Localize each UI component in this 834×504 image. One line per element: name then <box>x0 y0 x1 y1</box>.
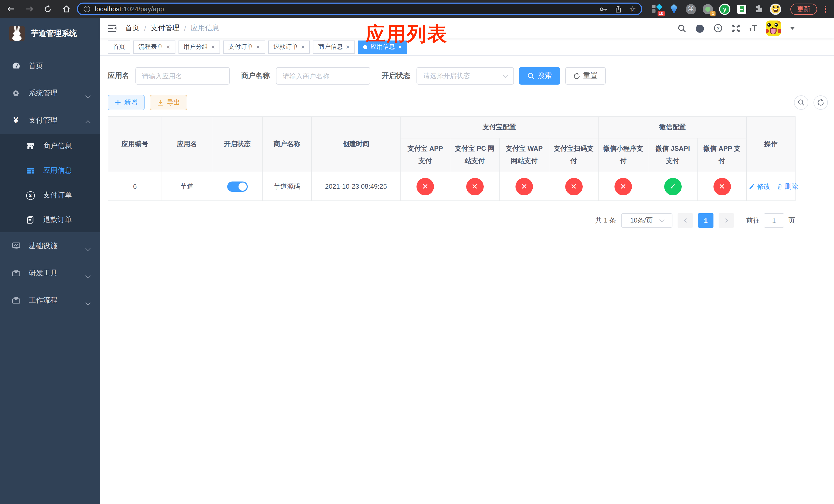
font-size-icon[interactable]: TT <box>749 24 757 32</box>
goto-page-input[interactable] <box>764 213 784 228</box>
extension-notes-icon[interactable] <box>736 3 747 15</box>
sub-header-alipay-wap: 支付宝 WAP 网站支付 <box>499 138 549 172</box>
reset-button[interactable]: 重置 <box>565 67 606 85</box>
share-icon[interactable] <box>614 5 622 13</box>
sidebar-item-merchant-info[interactable]: 商户信息 <box>0 134 100 158</box>
browser-reload-icon[interactable] <box>43 4 52 14</box>
main-area: 应用列表 首页 / 支付管理 / 应用信息 <box>100 18 834 504</box>
delete-button[interactable]: 删除 <box>776 182 798 191</box>
close-tab-icon[interactable]: × <box>166 44 170 50</box>
sidebar-item-pay-order[interactable]: ¥ 支付订单 <box>0 183 100 208</box>
toggle-search-button[interactable] <box>794 95 808 110</box>
sidebar-collapse-icon[interactable] <box>108 24 117 32</box>
alipay-pc-status-icon: ✕ <box>466 178 483 195</box>
refresh-button[interactable] <box>813 95 828 110</box>
close-tab-icon[interactable]: × <box>301 44 305 50</box>
password-key-icon[interactable] <box>599 5 607 13</box>
sidebar-item-workflow[interactable]: 工作流程 <box>0 287 100 314</box>
close-tab-icon[interactable]: × <box>211 44 215 50</box>
cell-merchant: 芋道源码 <box>262 172 312 201</box>
sidebar-item-payment[interactable]: ¥ 支付管理 <box>0 107 100 134</box>
search-button[interactable]: 搜索 <box>519 67 560 85</box>
app-table: 应用编号 应用名 开启状态 商户名称 创建时间 支付宝配置 微信配置 操作 支付… <box>108 116 795 201</box>
breadcrumb-home[interactable]: 首页 <box>125 24 139 33</box>
sidebar-item-label: 商户信息 <box>43 141 72 151</box>
top-navbar: 首页 / 支付管理 / 应用信息 ? <box>100 18 834 39</box>
tags-view-bar: 首页 流程表单× 用户分组× 支付订单× 退款订单× 商户信息× 应用信息× <box>100 39 834 56</box>
browser-home-icon[interactable] <box>62 4 71 14</box>
export-button[interactable]: 导出 <box>150 95 187 110</box>
goto-unit: 页 <box>788 216 795 225</box>
sub-header-alipay-pc: 支付宝 PC 网站支付 <box>450 138 499 172</box>
grid-icon <box>26 167 35 175</box>
close-tab-icon[interactable]: × <box>256 44 260 50</box>
sidebar-item-system[interactable]: 系统管理 <box>0 79 100 107</box>
sidebar-item-dev-tools[interactable]: 研发工具 <box>0 259 100 287</box>
extension-command-icon[interactable]: ⌘ <box>685 3 697 15</box>
edit-button[interactable]: 修改 <box>749 182 770 191</box>
toolbox-icon <box>11 269 21 277</box>
prev-page-button[interactable] <box>678 213 693 228</box>
chevron-down-icon <box>503 72 508 78</box>
merchant-name-label: 商户名称 <box>241 71 270 81</box>
close-tab-icon[interactable]: × <box>346 44 350 50</box>
sidebar-item-label: 系统管理 <box>29 88 58 98</box>
sidebar-item-refund-order[interactable]: 退款订单 <box>0 208 100 232</box>
logo-avatar <box>9 26 25 41</box>
status-toggle[interactable] <box>227 181 247 191</box>
app-name-label: 应用名 <box>108 71 129 81</box>
chevron-left-icon <box>684 219 688 223</box>
sidebar-item-app-info[interactable]: 应用信息 <box>0 158 100 183</box>
user-avatar[interactable] <box>766 21 781 36</box>
help-icon[interactable]: ? <box>714 24 723 33</box>
tab-process-form[interactable]: 流程表单× <box>133 40 175 53</box>
url-path: :1024/pay/app <box>122 5 164 13</box>
sidebar-item-label: 工作流程 <box>29 296 58 305</box>
alipay-wap-status-icon: ✕ <box>515 178 533 195</box>
cell-app-id: 6 <box>108 172 162 201</box>
merchant-name-input[interactable] <box>276 67 370 85</box>
browser-forward-icon[interactable] <box>25 4 34 14</box>
pay-order-icon: ¥ <box>26 191 35 200</box>
tab-user-group[interactable]: 用户分组× <box>178 40 220 53</box>
extension-gem-icon[interactable] <box>668 3 680 15</box>
sidebar-item-home[interactable]: 首页 <box>0 52 100 79</box>
tab-merchant-info[interactable]: 商户信息× <box>313 40 355 53</box>
page-size-select[interactable]: 10条/页 <box>621 213 673 228</box>
extension-target-icon[interactable]: 1 <box>702 3 714 15</box>
github-icon[interactable] <box>695 23 705 33</box>
browser-back-icon[interactable] <box>6 4 15 14</box>
payment-submenu: 商户信息 应用信息 ¥ 支付订单 <box>0 134 100 232</box>
site-info-icon[interactable] <box>83 5 91 13</box>
tab-pay-order[interactable]: 支付订单× <box>223 40 265 53</box>
bookmark-star-icon[interactable]: ☆ <box>629 5 636 13</box>
sub-header-wechat-app: 微信 APP 支付 <box>697 138 747 172</box>
gear-icon <box>11 89 21 97</box>
next-page-button[interactable] <box>719 213 734 228</box>
status-select[interactable]: 请选择开启状态 <box>416 67 514 85</box>
browser-menu-icon[interactable] <box>823 5 828 13</box>
cell-app-name: 芋道 <box>162 172 212 201</box>
breadcrumb-payment[interactable]: 支付管理 <box>151 24 179 33</box>
header-search-icon[interactable] <box>678 24 686 32</box>
chevron-down-icon <box>85 246 90 251</box>
user-menu-caret-icon[interactable] <box>790 27 795 30</box>
fullscreen-icon[interactable] <box>731 24 740 32</box>
extension-blocks-icon[interactable]: 10 <box>652 3 663 15</box>
browser-update-button[interactable]: 更新 <box>790 3 817 15</box>
tab-refund-order[interactable]: 退款订单× <box>268 40 310 53</box>
search-form: 应用名 商户名称 开启状态 请选择开启状态 搜索 <box>108 67 828 85</box>
add-button[interactable]: 新增 <box>108 95 145 110</box>
tab-home[interactable]: 首页 <box>108 40 130 53</box>
chevron-down-icon <box>85 93 90 98</box>
extension-emoji-icon[interactable] <box>770 3 781 15</box>
app-name-input[interactable] <box>135 67 230 85</box>
extension-y-icon[interactable]: y <box>719 3 730 15</box>
table-row: 6 芋道 芋道源码 2021-10-23 08:49:25 ✕ ✕ ✕ ✕ ✕ … <box>108 172 795 201</box>
chevron-down-icon <box>659 217 664 222</box>
url-bar[interactable]: localhost :1024/pay/app ☆ <box>77 3 642 15</box>
current-page-button[interactable]: 1 <box>698 213 714 228</box>
sidebar-item-infrastructure[interactable]: 基础设施 <box>0 232 100 259</box>
group-header-wechat: 微信配置 <box>598 117 747 138</box>
extensions-puzzle-icon[interactable] <box>753 3 764 15</box>
